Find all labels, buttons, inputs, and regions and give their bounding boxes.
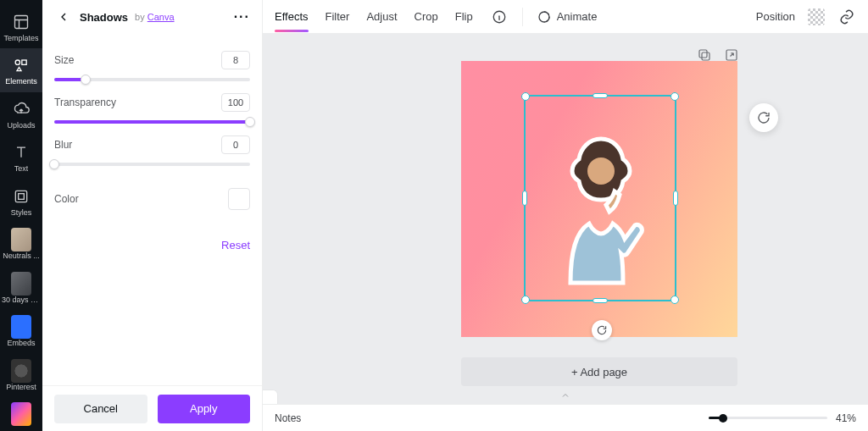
panel-body: Size 8 Transparency 100 Blur 0 xyxy=(42,34,262,385)
link-icon[interactable] xyxy=(837,8,856,26)
nav-label: Styles xyxy=(11,209,32,217)
animate-button[interactable]: Animate xyxy=(537,1,598,33)
zoom-percent[interactable]: 41% xyxy=(836,412,856,424)
panel-more-button[interactable]: ··· xyxy=(234,9,250,25)
resize-handle-nw[interactable] xyxy=(521,92,530,101)
nav-label: Embeds xyxy=(7,340,35,347)
styles-icon xyxy=(11,186,31,207)
resize-handle-e[interactable] xyxy=(673,191,678,206)
apply-button[interactable]: Apply xyxy=(158,395,251,423)
position-button[interactable]: Position xyxy=(756,2,795,31)
nav-elements[interactable]: Elements xyxy=(0,48,42,91)
nav-label: 30 days of... xyxy=(2,296,41,304)
info-icon[interactable] xyxy=(490,8,509,26)
transparency-label: Transparency xyxy=(54,97,116,108)
panel-footer: Cancel Apply xyxy=(42,385,262,431)
context-toolbar: Effects Filter Adjust Crop Flip Animate … xyxy=(263,0,868,34)
notes-button[interactable]: Notes xyxy=(275,412,301,424)
zoom-slider[interactable] xyxy=(709,417,827,419)
resize-handle-sw[interactable] xyxy=(521,296,530,304)
nav-folder-neutrals[interactable]: Neutrals ... xyxy=(0,223,42,266)
tab-effects[interactable]: Effects xyxy=(275,2,309,31)
blur-label: Blur xyxy=(54,139,72,151)
animate-icon xyxy=(537,9,552,25)
panel-title: Shadows xyxy=(80,11,128,24)
nav-label: Neutrals ... xyxy=(3,252,40,260)
nav-templates[interactable]: Templates xyxy=(0,5,42,48)
nav-label: Elements xyxy=(5,78,37,86)
size-label: Size xyxy=(54,54,74,66)
resize-handle-w[interactable] xyxy=(522,191,527,206)
reset-button[interactable]: Reset xyxy=(54,239,250,251)
nav-folder-30days[interactable]: 30 days of... xyxy=(0,267,42,310)
nav-more-apps[interactable] xyxy=(0,397,42,431)
blur-row: Blur 0 xyxy=(54,135,250,166)
zoom-control: 41% xyxy=(709,412,856,424)
svg-rect-9 xyxy=(808,8,825,25)
svg-rect-3 xyxy=(15,191,26,202)
selection-box[interactable] xyxy=(524,95,676,301)
nav-embeds[interactable]: Embeds xyxy=(0,310,42,353)
resize-handle-ne[interactable] xyxy=(670,92,679,101)
canvas-stage[interactable]: + Add page xyxy=(263,34,868,404)
add-page-button[interactable]: + Add page xyxy=(461,357,737,386)
svg-rect-10 xyxy=(702,52,709,60)
uploads-icon xyxy=(11,99,31,119)
templates-icon xyxy=(11,12,31,32)
transparency-row: Transparency 100 xyxy=(54,93,250,124)
panel-subtitle: by Canva xyxy=(135,12,174,22)
size-row: Size 8 xyxy=(54,51,250,81)
nav-text[interactable]: Text xyxy=(0,135,42,179)
blur-slider[interactable] xyxy=(54,163,250,166)
transparency-value[interactable]: 100 xyxy=(221,93,250,112)
blur-value[interactable]: 0 xyxy=(221,135,250,154)
rotate-handle[interactable] xyxy=(592,320,612,340)
bottom-bar: Notes 41% xyxy=(263,404,868,431)
svg-rect-0 xyxy=(15,15,28,28)
color-swatch[interactable] xyxy=(228,188,250,210)
left-vertical-nav: Templates Elements Uploads Text Styles N… xyxy=(0,0,42,431)
pinterest-icon xyxy=(11,361,31,381)
nav-label: Pinterest xyxy=(6,384,36,391)
effects-panel: Shadows by Canva ··· Size 8 Transparency… xyxy=(42,0,263,431)
resize-handle-s[interactable] xyxy=(593,298,608,303)
nav-pinterest[interactable]: Pinterest xyxy=(0,354,42,397)
svg-rect-11 xyxy=(699,50,707,58)
toolbar-separator xyxy=(522,8,523,26)
tab-filter[interactable]: Filter xyxy=(326,2,350,31)
elements-icon xyxy=(11,55,31,75)
tab-crop[interactable]: Crop xyxy=(415,2,438,31)
color-label: Color xyxy=(54,193,79,205)
nav-label: Uploads xyxy=(7,122,35,130)
embeds-icon xyxy=(11,317,31,337)
color-row: Color xyxy=(54,188,250,210)
size-value[interactable]: 8 xyxy=(221,51,250,69)
panel-header: Shadows by Canva ··· xyxy=(42,0,262,34)
tab-adjust[interactable]: Adjust xyxy=(366,2,397,31)
transparency-icon[interactable] xyxy=(807,8,826,26)
resize-handle-se[interactable] xyxy=(670,296,679,304)
nav-styles[interactable]: Styles xyxy=(0,180,42,223)
resize-handle-n[interactable] xyxy=(593,93,608,98)
svg-rect-4 xyxy=(19,193,25,199)
text-icon xyxy=(11,142,31,163)
apps-thumb-icon xyxy=(11,404,31,424)
tab-flip[interactable]: Flip xyxy=(455,2,473,31)
cancel-button[interactable]: Cancel xyxy=(54,395,147,423)
redo-floating-button[interactable] xyxy=(749,103,778,132)
nav-label: Templates xyxy=(3,35,38,42)
pages-drawer-handle[interactable] xyxy=(558,390,573,401)
back-button[interactable] xyxy=(54,8,73,26)
nav-label: Text xyxy=(14,165,29,173)
size-slider[interactable] xyxy=(54,78,250,81)
folder-thumb-icon xyxy=(11,274,31,294)
svg-rect-2 xyxy=(22,60,26,64)
svg-point-1 xyxy=(15,60,19,64)
collapse-panel-button[interactable] xyxy=(263,390,278,404)
transparency-slider[interactable] xyxy=(54,120,250,124)
author-link[interactable]: Canva xyxy=(147,12,175,22)
nav-uploads[interactable]: Uploads xyxy=(0,92,42,135)
folder-thumb-icon xyxy=(11,229,31,250)
